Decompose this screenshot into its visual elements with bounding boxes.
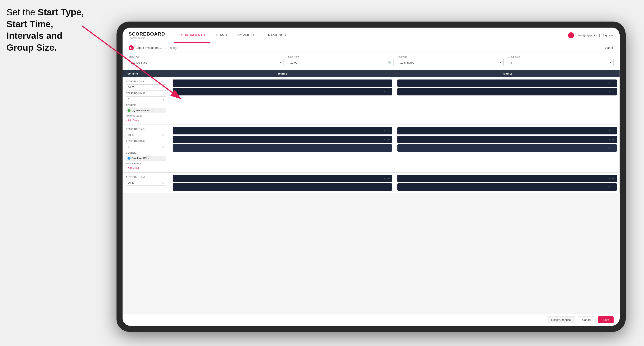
start-type-select[interactable]: 1st Tee Start ▾ [128,59,284,66]
player-x-icon[interactable]: ✕ [384,177,386,180]
player-edit-icon[interactable]: ⋯ [612,147,615,150]
starting-time-input-2[interactable]: 10:10 ⏱ [126,132,166,138]
breadcrumb-hosting: Hosting [166,46,176,49]
player-edit-icon[interactable]: ⋯ [387,147,390,150]
player-x-icon[interactable]: ✕ [384,138,386,141]
chevron-down-icon-hole-1: ▾ [163,98,164,101]
player-x-icon[interactable]: ✕ [608,147,610,150]
save-button[interactable]: Save [598,316,614,323]
user-email: blair@clippd.io [577,34,596,37]
player-edit-icon[interactable]: ⋯ [612,177,615,180]
player-edit-icon[interactable]: ⋯ [387,90,390,93]
remove-group-1[interactable]: Remove Group [126,115,166,117]
tee-col-2: STARTING TIME: 10:10 ⏱ STARTING HOLE: 1 … [122,125,170,172]
starting-time-label-2: STARTING TIME: [126,128,166,130]
player-row: ✕ ⋯ [398,175,617,182]
player-x-icon[interactable]: ✕ [608,90,610,93]
player-edit-icon[interactable]: ⋯ [612,185,615,188]
table-row: STARTING TIME: 10:10 ⏱ STARTING HOLE: 1 … [122,125,620,173]
logo-sub: Powered by clipp... [128,37,165,39]
starting-hole-input-1[interactable]: 1 ▾ [126,96,166,102]
tab-teams[interactable]: TEAMS [210,27,232,43]
team2-col-1: ✕ ⋯ ✕ ⋯ [395,77,620,125]
time-icon-2: ⏱ [162,134,164,136]
header-team1: Team 1 [170,70,395,77]
cancel-button[interactable]: Cancel [578,316,596,323]
remove-course-icon-1[interactable]: ✕ [152,109,154,112]
chevron-down-icon-intervals: ▾ [500,61,501,64]
highlight-group-size: Group Size [6,42,54,53]
player-x-icon[interactable]: ✕ [608,129,610,132]
table-header: Tee Time Team 1 Team 2 [122,70,620,77]
remove-course-icon-2[interactable]: ✕ [148,157,150,160]
starting-time-label-1: STARTING TIME: [126,80,166,83]
intervals-value: 10 Minutes [400,61,414,64]
player-edit-icon[interactable]: ⋯ [612,90,615,93]
player-edit-icon[interactable]: ⋯ [387,185,390,188]
tab-rankings[interactable]: RANKINGS [263,27,291,43]
player-x-icon[interactable]: ✕ [384,185,386,188]
brand-logo-icon: C [128,45,134,50]
nav-right: blair@clippd.io | Sign out [568,32,614,38]
team1-col-2: ✕ ⋯ ✕ ⋯ ✕ ⋯ [170,125,395,172]
back-link[interactable]: ‹ Back [605,46,614,49]
course-tag-1: (A) Peachtree GC ✕ [126,108,166,113]
player-row: ✕ ⋯ [398,136,617,143]
player-x-icon[interactable]: ✕ [384,129,386,132]
start-time-select[interactable]: 10:00 🕙 [288,59,394,66]
starting-hole-label-2: STARTING HOLE: [126,140,166,142]
starting-hole-input-2[interactable]: 1 ▾ [126,144,166,150]
sign-out-link[interactable]: Sign out [602,34,614,37]
starting-time-input-3[interactable]: 10:20 ⏱ [126,180,166,186]
group-size-select[interactable]: 3 ▾ [508,59,614,66]
starting-time-value-1: 10:00 [128,86,134,89]
player-row: ✕ ⋯ [172,136,392,143]
remove-group-2[interactable]: Remove Group [126,162,166,165]
time-icon-1: ⏱ [162,86,164,89]
highlight-intervals: Intervals [6,31,44,41]
breadcrumb-tournament[interactable]: Clippd Invitational... [136,46,162,49]
player-edit-icon[interactable]: ⋯ [612,138,615,141]
bottom-bar: Reset Changes Cancel Save [122,314,620,326]
player-row: ✕ ⋯ [172,183,392,191]
course-icon-2 [128,157,130,160]
starting-time-value-2: 10:10 [128,134,134,137]
add-group-1[interactable]: + Add Group [126,119,166,122]
player-edit-icon[interactable]: ⋯ [387,82,390,85]
player-x-icon[interactable]: ✕ [384,147,386,150]
player-x-icon[interactable]: ✕ [384,82,386,85]
tab-committee[interactable]: COMMITTEE [232,27,263,43]
breadcrumb-separator: › [164,46,164,50]
player-edit-icon[interactable]: ⋯ [612,82,615,85]
player-row: ✕ ⋯ [172,175,392,182]
team2-col-3: ✕ ⋯ ✕ ⋯ [395,173,620,193]
player-x-icon[interactable]: ✕ [608,177,610,180]
player-x-icon[interactable]: ✕ [384,90,386,93]
starting-hole-value-1: 1 [128,98,130,101]
add-group-2[interactable]: + Add Group [126,167,166,169]
nav-tabs: TOURNAMENTS TEAMS COMMITTEE RANKINGS [174,27,568,43]
player-edit-icon[interactable]: ⋯ [387,138,390,141]
start-type-label: Start Type [128,55,284,58]
player-x-icon[interactable]: ✕ [608,138,610,141]
course-label-2: COURSE: [126,152,166,154]
breadcrumb-bar: C Clippd Invitational... › Hosting ‹ Bac… [122,43,620,53]
start-type-group: Start Type 1st Tee Start ▾ [128,55,284,66]
player-row: ✕ ⋯ [398,127,617,135]
player-edit-icon[interactable]: ⋯ [387,177,390,180]
reset-button[interactable]: Reset Changes [547,316,575,323]
tee-col-1: STARTING TIME: 10:00 ⏱ STARTING HOLE: 1 … [122,77,170,125]
suffix4: . [54,42,57,53]
group-size-value: 3 [510,61,512,64]
starting-time-input-1[interactable]: 10:00 ⏱ [126,84,166,90]
player-x-icon[interactable]: ✕ [608,185,610,188]
tab-tournaments[interactable]: TOURNAMENTS [174,27,210,43]
highlight-start-time: Start Time, [6,19,53,29]
user-avatar [568,32,574,38]
player-edit-icon[interactable]: ⋯ [612,129,615,132]
player-x-icon[interactable]: ✕ [608,82,610,85]
intervals-select[interactable]: 10 Minutes ▾ [398,59,504,66]
top-nav: SCOREBOARD Powered by clipp... TOURNAMEN… [122,27,620,43]
player-edit-icon[interactable]: ⋯ [387,129,390,132]
header-team2: Team 2 [395,70,620,77]
